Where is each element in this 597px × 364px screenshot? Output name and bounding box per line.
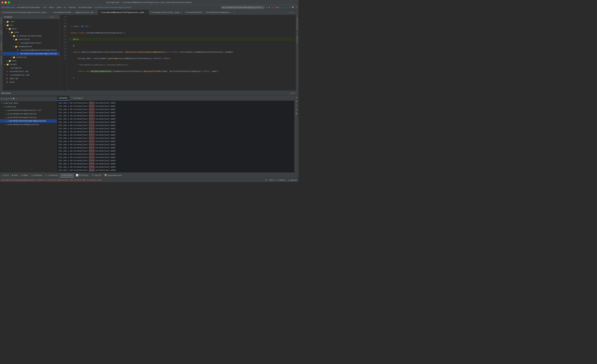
commit-tab-label[interactable]: Commit <box>0 28 2 37</box>
gear-icon[interactable]: ⚙ <box>50 16 51 18</box>
settings-icon[interactable]: ⚙ <box>291 92 292 95</box>
git-tool-btn[interactable]: ⎇ Git <box>1 173 10 177</box>
run-tool-btn[interactable]: ▶ Run <box>11 173 19 177</box>
refresh-icon[interactable]: ⟳ <box>1 98 3 100</box>
run-icon[interactable]: ▶ <box>269 6 270 8</box>
dependencies-tool-btn[interactable]: 📦 Dependencies <box>103 173 123 177</box>
tree-item-mvnw[interactable]: M mvnw <box>3 80 60 84</box>
undo-icon[interactable]: ↺ <box>290 6 291 8</box>
collapse-icon[interactable]: — <box>57 16 58 18</box>
tree-item-resources[interactable]: ▶ 📁 resources <box>3 55 60 59</box>
tree-item-mvn[interactable]: ▶ 📁 .mvn <box>3 20 60 23</box>
line-ending[interactable]: LF <box>265 179 267 181</box>
gear-icon[interactable]: ⚙ <box>293 92 295 95</box>
project-tab-label[interactable]: Project <box>0 16 2 25</box>
tab-eurekaclientconsumerapplication[interactable]: J EurekaClientConsumerApplication.java ✕ <box>0 10 50 15</box>
print-icon[interactable]: 🖨 <box>296 108 298 111</box>
services-tree-eurekaclientconsumer[interactable]: ▶ ▶ EurekaClientConsumerApplication <box>0 119 57 123</box>
indent-info[interactable]: 4 spaces <box>277 179 285 181</box>
tab-close-icon[interactable]: ✕ <box>181 11 182 14</box>
bookmarks-tab-label[interactable]: Bookmarks <box>0 40 2 51</box>
tree-item-eurekaclientconsumerapp[interactable]: A EurekaClientConsumerApplication <box>3 52 60 55</box>
todo-tool-btn[interactable]: ☑ TODO <box>19 173 29 177</box>
terminal-tool-btn[interactable]: >_ Terminal <box>44 173 59 177</box>
tree-item-loadbalancer[interactable]: ▼ 📁 loadbalancer <box>3 45 60 48</box>
code-editor[interactable]: 12 13 14 15 16 17 18 19 20 21 22 23 24 2… <box>60 15 296 91</box>
nav-src[interactable]: src <box>43 6 47 8</box>
tab-nav-prev[interactable]: ‹ <box>294 11 295 14</box>
profiler-tool-btn[interactable]: 📊 Profiler <box>74 173 90 177</box>
minimize-button[interactable] <box>5 1 7 4</box>
search-icon[interactable]: 🔍 <box>13 98 15 100</box>
tab-consumercrontroller[interactable]: J ConsumerController.java ✕ <box>149 10 184 15</box>
tab-customloadbalancerconfiguration[interactable]: J CustomLoadBalancerConfiguration.java ✕ <box>98 10 149 15</box>
build-tool-btn[interactable]: 🔨 Build <box>90 173 102 177</box>
console-tab-actuator[interactable]: ⚡ Actuator <box>70 96 85 101</box>
nav-main[interactable]: main <box>49 6 54 8</box>
code-lines[interactable]: 2 usages 👤 root * public class CustomLoa… <box>67 15 296 91</box>
nav-eurekaclient[interactable]: eurekaclient <box>78 6 92 8</box>
git-check2[interactable]: ✓ <box>284 6 285 8</box>
git-label[interactable]: Git: <box>275 6 280 8</box>
notifications-label[interactable]: Notifications <box>296 16 298 31</box>
close-panel-icon[interactable]: — <box>296 92 297 95</box>
settings-icon[interactable]: ⚙ <box>296 6 297 8</box>
layout-icon[interactable]: ☰ <box>52 16 54 18</box>
services-tree-eurekaclientapp2[interactable]: ▶ ▶ EurekaClientApplication (2) <box>0 108 57 112</box>
branch-info[interactable]: ⎇ master <box>287 179 297 181</box>
collapse-all-icon[interactable]: ≡ <box>4 98 5 100</box>
filter2-icon[interactable]: ∇ <box>10 98 12 100</box>
tab-close-icon[interactable]: ✕ <box>95 11 96 14</box>
nav-springcloud[interactable]: SpringCloud <box>1 6 15 8</box>
rebuild-icon[interactable]: ⟳ <box>266 6 267 8</box>
services-tree-running[interactable]: ▼ ▶ Running <box>0 105 57 108</box>
tree-item-package[interactable]: ▼ 📁 cc.huerpu.eurekaclient <box>3 34 60 38</box>
services-tree-eurekaclientapp[interactable]: ▶ ▶ EurekaClientApplication <box>0 116 57 119</box>
tree-item-gitignore[interactable]: . .gitignore <box>3 66 60 70</box>
tree-item-test[interactable]: ▶ 📁 test <box>3 59 60 63</box>
debug-icon[interactable]: 🐞 <box>271 6 274 8</box>
clear-icon[interactable]: 🗑 <box>296 112 298 115</box>
tab-eurekaclientapp[interactable]: J eurekaClient/.../EurekaClientApplica..… <box>184 10 238 15</box>
git-check[interactable]: ✓ <box>282 6 283 8</box>
tree-item-helpmd[interactable]: M HELP.md <box>3 77 60 80</box>
nav-eurekaclientconsumer[interactable]: eurekaClientConsumer <box>17 6 40 8</box>
services-tree-springboot[interactable]: ▼ ⚙ Spring Boot <box>0 101 57 105</box>
nav-java[interactable]: java <box>56 6 61 8</box>
problems-tool-btn[interactable]: ⚠ Problems <box>29 173 44 177</box>
maximize-button[interactable] <box>8 1 10 4</box>
scroll-down-btn[interactable]: ▼ <box>296 100 297 103</box>
sort-icon[interactable]: ↕ <box>55 16 56 18</box>
structure-tab-label[interactable]: Structure <box>0 54 2 66</box>
git-arrow[interactable]: ↑ <box>287 6 288 8</box>
add-icon[interactable]: + <box>16 98 17 100</box>
console-tab-console[interactable]: Console <box>57 96 70 101</box>
tree-item-eurekaclientiml[interactable]: X eurekaClient.iml <box>3 70 60 73</box>
tree-item-eurekaserveriml[interactable]: X .eurekaServer.iml <box>3 73 60 77</box>
services-tree-eurekaserverha[interactable]: ▶ ▶ EurekaServerHAApplication <box>0 123 57 126</box>
nav-app[interactable]: EurekaClientConsumerApplication <box>95 6 132 8</box>
search-icon[interactable]: 🔍 <box>292 6 294 8</box>
wrap-icon[interactable]: ≡ <box>296 104 297 107</box>
filter-icon[interactable]: ▽ <box>8 98 9 100</box>
tab-application-yml[interactable]: Y eurekaServerHA/.../application.yml ✕ <box>50 10 98 15</box>
database-label[interactable]: Database <box>296 34 298 45</box>
tab-nav-next[interactable]: › <box>296 11 297 14</box>
tree-item-customlb[interactable]: C CustomLoadBalancerConfiguration <box>3 48 60 52</box>
tree-item-java[interactable]: ▼ 📁 java <box>3 31 60 34</box>
nav-cc[interactable]: cc <box>64 6 66 8</box>
nav-huerpu[interactable]: huerpu <box>69 6 76 8</box>
services-tree-eurekaserverapp[interactable]: ▶ ▶ EurekaServerApplication <box>0 112 57 116</box>
encoding[interactable]: UTF-8 <box>269 179 275 181</box>
tab-close-icon[interactable]: ✕ <box>146 11 147 14</box>
close-button[interactable] <box>1 1 4 4</box>
tree-item-main[interactable]: ▼ 📁 main <box>3 27 60 31</box>
tree-item-controller[interactable]: ▼ 📁 controller <box>3 38 60 41</box>
tree-item-src[interactable]: ▼ 📁 src <box>3 23 60 27</box>
services-tool-btn[interactable]: ⚙ Services <box>60 173 74 178</box>
tab-close-icon[interactable]: ✕ <box>235 11 236 14</box>
tree-item-consumerctr[interactable]: C ConsumerController <box>3 41 60 45</box>
tab-close-icon[interactable]: ✕ <box>47 11 48 14</box>
scroll-up-btn[interactable]: ▲ <box>296 96 297 99</box>
tree-item-target[interactable]: ▶ 📁 target <box>3 63 60 66</box>
